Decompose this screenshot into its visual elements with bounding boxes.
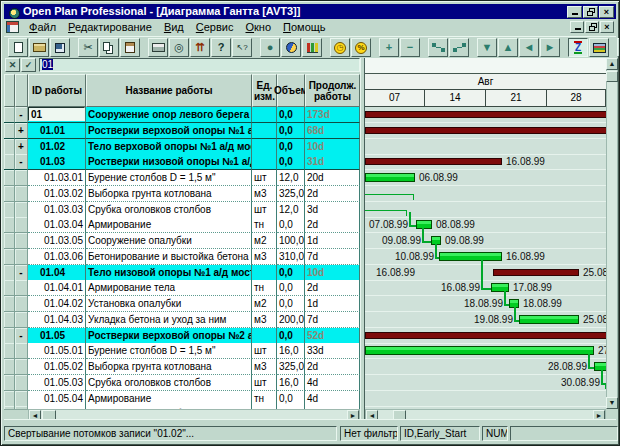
cell-duration[interactable]: 31d [305, 154, 360, 170]
cell-qty[interactable]: 0,0 [277, 139, 305, 155]
cell-name[interactable]: Срубка оголовков столбов [86, 375, 252, 391]
header-selector-1[interactable] [4, 74, 15, 107]
gantt-task-bar[interactable] [439, 252, 502, 261]
table-row[interactable]: -01Сооружение опор левого берега0,0173d [4, 107, 360, 123]
menu-item-окно[interactable]: Окно [239, 20, 277, 35]
header-qty[interactable]: Объем [277, 74, 305, 107]
time-now-button[interactable]: ● [260, 38, 280, 57]
cell-id[interactable]: 01.04.03 [28, 312, 86, 328]
cell-unit[interactable]: шт [252, 375, 277, 391]
cell-id[interactable]: 01.04.02 [28, 296, 86, 312]
row-selector[interactable] [4, 359, 15, 375]
table-row[interactable]: 01.05.03Срубка оголовков столбовшт16,04d [4, 375, 360, 391]
active-edit-cell[interactable]: 01 [28, 107, 85, 121]
menu-item-вид[interactable]: Вид [158, 20, 190, 35]
gantt-view-button[interactable]: Z [568, 38, 588, 57]
minimize-button[interactable] [567, 6, 582, 18]
cell-qty[interactable]: 0,0 [277, 217, 305, 233]
help-button[interactable]: ? [211, 38, 231, 57]
row-selector[interactable] [4, 202, 15, 218]
cell-name[interactable]: Укладка бетона и уход за ним [86, 312, 252, 328]
cell-duration[interactable]: 4d [305, 391, 360, 407]
cell-id[interactable]: 01.03.05 [28, 233, 86, 249]
cell-unit[interactable]: м3 [252, 359, 277, 375]
table-row[interactable]: 01.03.06Бетонирование и выстойка бетонам… [4, 249, 360, 265]
cell-name[interactable]: Армирование [86, 217, 252, 233]
move-down-button[interactable]: ▼ [477, 38, 497, 57]
save-button[interactable] [50, 38, 70, 57]
table-row[interactable]: +01.01Ростверки верховой опоры №1 а/д0,0… [4, 123, 360, 139]
cell-unit[interactable] [252, 328, 277, 344]
row-expander[interactable]: + [15, 139, 28, 155]
gantt-task-bar[interactable] [519, 315, 579, 324]
cell-id[interactable]: 01.04.01 [28, 280, 86, 296]
cell-qty[interactable]: 0,0 [277, 123, 305, 139]
menu-item-сервис[interactable]: Сервис [190, 20, 240, 35]
cell-qty[interactable]: 12,0 [277, 202, 305, 218]
cell-id[interactable]: 01.02 [28, 139, 86, 155]
context-help-button[interactable]: ↖? [232, 38, 252, 57]
row-expander[interactable] [15, 343, 28, 359]
row-selector[interactable] [4, 217, 15, 233]
move-right-button[interactable]: ► [540, 38, 560, 57]
gantt-task-bar[interactable] [491, 283, 509, 292]
unlink-activities-button[interactable] [449, 38, 469, 57]
cell-duration[interactable]: 68d [305, 123, 360, 139]
cell-id[interactable]: 01.04 [28, 265, 86, 281]
cell-id[interactable]: 01.03.04 [28, 217, 86, 233]
menu-item-редактирование[interactable]: Редактирование [62, 20, 158, 35]
row-expander[interactable]: - [15, 265, 28, 281]
header-id[interactable]: ID работы [28, 74, 86, 107]
cell-qty[interactable]: 16,0 [277, 343, 305, 359]
row-selector[interactable] [4, 265, 15, 281]
cell-duration[interactable]: 20d [305, 170, 360, 186]
gantt-summary-bar[interactable] [365, 158, 502, 165]
cell-duration[interactable]: 1d [305, 233, 360, 249]
cell-name[interactable]: Бурение столбов D = 1,5 м" [86, 343, 252, 359]
cell-name[interactable]: Ростверки низовой опоры №1 а/д м [86, 154, 252, 170]
row-expander[interactable] [15, 375, 28, 391]
row-selector[interactable] [4, 296, 15, 312]
table-row[interactable]: 01.04.02Установка опалубким20,01d [4, 296, 360, 312]
gantt-vscroll-thumb[interactable] [606, 71, 618, 82]
add-activity-button[interactable]: + [379, 38, 399, 57]
scroll-up-arrow[interactable]: ▲ [606, 58, 618, 70]
cell-qty[interactable]: 0,0 [277, 391, 305, 407]
cell-unit[interactable]: м2 [252, 233, 277, 249]
confirm-edit-button[interactable]: ✓ [21, 58, 36, 72]
row-expander[interactable]: - [15, 154, 28, 170]
gantt-summary-bar[interactable] [493, 269, 579, 276]
close-button[interactable]: × [599, 6, 614, 18]
cell-name[interactable]: Сооружение опор левого берега [86, 107, 252, 123]
row-selector[interactable] [4, 233, 15, 249]
header-duration[interactable]: Продолж. работы [305, 74, 360, 107]
child-restore-button[interactable] [585, 21, 599, 33]
row-selector[interactable] [4, 312, 15, 328]
row-expander[interactable] [15, 233, 28, 249]
table-row[interactable]: +01.02Тело верховой опоры №1 а/д моста0,… [4, 139, 360, 155]
copy-button[interactable] [99, 38, 119, 57]
table-row[interactable]: 01.03.01Бурение столбов D = 1,5 м"шт12,0… [4, 170, 360, 186]
gantt-task-bar[interactable] [594, 362, 606, 371]
row-expander[interactable] [15, 249, 28, 265]
scroll-down-arrow[interactable]: ▼ [606, 397, 618, 409]
table-row[interactable]: 01.05.04Армированиетн0,04d [4, 391, 360, 407]
cell-unit[interactable]: тн [252, 217, 277, 233]
table-row[interactable]: 01.05.02Выборка грунта котлованам3325,02… [4, 359, 360, 375]
cell-qty[interactable]: 0,0 [277, 280, 305, 296]
table-row[interactable]: 01.03.02Выборка грунта котлованам3325,02… [4, 186, 360, 202]
cell-name[interactable]: Бурение столбов D = 1,5 м" [86, 170, 252, 186]
cell-unit[interactable] [252, 107, 277, 123]
paste-button[interactable] [120, 38, 140, 57]
child-minimize-button[interactable] [570, 21, 584, 33]
cell-unit[interactable]: шт [252, 202, 277, 218]
cell-name[interactable]: Армирование тела [86, 280, 252, 296]
cell-duration[interactable]: 1d [305, 296, 360, 312]
resources-button[interactable] [281, 38, 301, 57]
open-folder-button[interactable] [29, 38, 49, 57]
header-selector-2[interactable] [15, 74, 28, 107]
gantt-task-bar[interactable] [416, 220, 432, 229]
row-expander[interactable] [15, 202, 28, 218]
row-expander[interactable] [15, 186, 28, 202]
row-selector[interactable] [4, 139, 15, 155]
